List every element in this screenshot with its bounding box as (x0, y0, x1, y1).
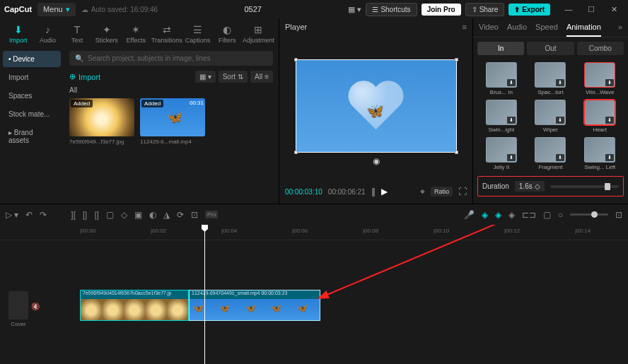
animation-heart[interactable]: ⬇Heart (577, 100, 622, 133)
duration-control[interactable]: Duration 1.6s ◇ (477, 176, 624, 196)
fullscreen-icon[interactable]: ⛶ (458, 187, 467, 196)
snap-icon[interactable]: ⌖ (420, 187, 425, 196)
duration-value[interactable]: 1.6s ◇ (515, 181, 545, 192)
animation-spac-tort[interactable]: ⬇Spac...tort (528, 62, 574, 95)
tab-import[interactable]: ⬇Import (4, 21, 33, 47)
plus-icon: ⊕ (69, 72, 76, 81)
search-input[interactable]: 🔍 Search project, subjects in image, lin… (69, 51, 273, 66)
animation-swin-ight[interactable]: ⬇Swin...ight (479, 100, 524, 133)
filter-all-button[interactable]: All ≡ (250, 71, 273, 83)
playhead[interactable] (204, 225, 205, 364)
svg-line-0 (325, 225, 545, 295)
project-title: 0527 (163, 5, 342, 13)
mask-icon[interactable]: ▣ (134, 210, 142, 220)
marker1-icon[interactable]: ◈ (482, 210, 488, 220)
rtab-video[interactable]: Video (479, 23, 499, 37)
share-button[interactable]: ⇧ Share (465, 3, 505, 16)
pointer-icon[interactable]: ▷ ▾ (6, 210, 18, 220)
rtab-animation[interactable]: Animation (566, 23, 601, 37)
menu-button[interactable]: Menu▾ (37, 3, 76, 16)
crop-icon[interactable]: ◇ (121, 210, 127, 220)
reverse-icon[interactable]: ◐ (149, 210, 156, 220)
tab-stickers[interactable]: ✦Stickers (93, 21, 121, 47)
maximize-icon[interactable]: ☐ (581, 3, 601, 16)
split-right-icon[interactable]: |] (94, 210, 98, 220)
mic-icon[interactable]: 🎤 (464, 210, 475, 220)
total-time: 00:00:06:21 (328, 188, 366, 196)
video-preview[interactable]: 🦋 ◉ (296, 59, 457, 153)
marker3-icon[interactable]: ◈ (508, 210, 515, 220)
redo-icon[interactable]: ↷ (40, 210, 47, 220)
rotate-icon[interactable]: ⟳ (177, 210, 184, 220)
animation-jelly-ii[interactable]: ⬇Jelly II (479, 137, 524, 170)
import-button[interactable]: ⊕ Import (69, 70, 100, 83)
sidebar-item-device[interactable]: • Device (3, 51, 61, 67)
pro-icon[interactable]: Pro (205, 211, 218, 218)
autosave-status: ☁Auto saved: 16:09:46 (81, 6, 158, 13)
tab-text[interactable]: TText (63, 21, 91, 47)
grid-view-toggle[interactable]: ▦ ▾ (195, 71, 216, 83)
prev-frame-icon[interactable]: ‖ (371, 187, 376, 196)
tab-transitions[interactable]: ⇄Transitions (151, 21, 182, 47)
annotation-arrow (0, 225, 628, 364)
player-title: Player (285, 23, 307, 31)
tab-adjustment[interactable]: ⊞Adjustment (243, 21, 274, 47)
tab-captions[interactable]: ☰Captions (184, 21, 212, 47)
animation-vibr-wave[interactable]: ⬇Vibr...Wave (577, 62, 622, 95)
play-icon[interactable]: ▶ (381, 187, 388, 196)
subtab-in[interactable]: In (477, 42, 524, 55)
sidebar-item-spaces[interactable]: Spaces (3, 88, 61, 104)
export-button[interactable]: ⬆ Export (508, 4, 550, 16)
split-left-icon[interactable]: [| (83, 210, 87, 220)
media-item[interactable]: Added 00:31 112429-6...mall.mp4 (140, 98, 205, 145)
sidebar-item-brand-assets[interactable]: ▸ Brand assets (3, 124, 61, 148)
tab-effects[interactable]: ✶Effects (122, 21, 150, 47)
minimize-icon[interactable]: — (559, 3, 578, 16)
quality-icon[interactable]: ◉ (373, 156, 380, 166)
sidebar-item-stock-mate-[interactable]: Stock mate... (3, 106, 61, 122)
rtab-audio[interactable]: Audio (507, 23, 527, 37)
preview-icon[interactable]: ▢ (543, 210, 551, 220)
freeze-icon[interactable]: ⊡ (191, 210, 198, 220)
player-menu-icon[interactable]: ≡ (463, 23, 467, 31)
zoom-slider[interactable] (570, 213, 608, 216)
marker2-icon[interactable]: ◈ (495, 210, 501, 220)
subtab-out[interactable]: Out (527, 42, 574, 55)
animation-brus-in[interactable]: ⬇Brus... In (479, 62, 524, 95)
tab-audio[interactable]: ♪Audio (34, 21, 62, 47)
undo-icon[interactable]: ↶ (25, 210, 33, 220)
join-pro-button[interactable]: Join Pro (421, 4, 461, 16)
animation-wiper[interactable]: ⬇Wiper (528, 100, 574, 133)
sidebar-item-import[interactable]: Import (3, 69, 61, 86)
animation-swing-left[interactable]: ⬇Swing... Left (577, 137, 622, 170)
expand-icon[interactable]: ⊡ (615, 210, 622, 220)
zoom-out-icon[interactable]: ○ (558, 210, 563, 220)
subtab-combo[interactable]: Combo (577, 42, 624, 55)
animation-fragment[interactable]: ⬇Fragment (528, 137, 574, 170)
app-logo: CapCut (4, 5, 32, 13)
all-label: All (69, 86, 273, 94)
media-item[interactable]: Added 7e590f949...f3e77.jpg (69, 98, 134, 145)
close-icon[interactable]: ✕ (604, 3, 624, 16)
mirror-icon[interactable]: ◮ (163, 210, 170, 220)
current-time: 00:00:03:10 (285, 188, 322, 196)
tab-filters[interactable]: ◐Filters (213, 21, 241, 47)
rtab-speed[interactable]: Speed (535, 23, 558, 37)
sort-button[interactable]: Sort ⇅ (219, 71, 248, 83)
layout-icon[interactable]: ▦ ▾ (348, 5, 361, 14)
shortcuts-button[interactable]: ☰ Shortcuts (366, 3, 417, 16)
duration-slider[interactable] (550, 185, 619, 188)
split-icon[interactable]: ][ (71, 210, 76, 220)
align-icon[interactable]: ⊏⊐ (522, 210, 536, 220)
delete-icon[interactable]: ▢ (106, 210, 114, 220)
search-icon: 🔍 (75, 54, 83, 62)
rtab-more[interactable]: » (618, 23, 622, 37)
ratio-button[interactable]: Ratio (431, 187, 453, 196)
